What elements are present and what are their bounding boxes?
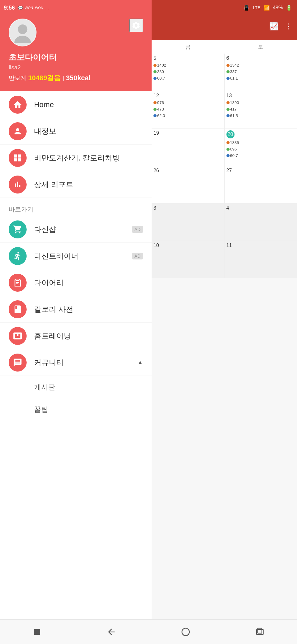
battery-percent: 48%	[273, 5, 283, 11]
cal-date-2-1: 20	[226, 130, 235, 138]
stat-val: 60.7	[157, 75, 165, 82]
cal-date-3-0: 26	[153, 168, 222, 173]
avatar	[9, 19, 37, 46]
cal-date-5-0: 10	[153, 243, 222, 248]
cal-date-2-0: 19	[153, 130, 222, 136]
cal-cell-1-1[interactable]: 13139041761.5	[225, 91, 297, 128]
stat-dot-orange	[226, 101, 230, 104]
menu-item-community[interactable]: 커뮤니티 ▲	[0, 349, 152, 376]
menu-label-calorie-dict: 칼로리 사전	[34, 304, 143, 314]
cal-cell-3-0[interactable]: 26	[152, 166, 225, 203]
stop-button[interactable]	[28, 623, 46, 641]
menu-label-myinfo: 내정보	[34, 126, 143, 136]
menu-item-dashinshop[interactable]: 다신샵 AD	[0, 216, 152, 243]
submenu-label-board: 게시판	[34, 382, 55, 392]
cal-stat: 380	[153, 69, 222, 75]
cal-stat: 1335	[226, 140, 295, 146]
cal-cell-2-1[interactable]: 20133569660.7	[225, 128, 297, 166]
cal-date-1-1: 13	[226, 93, 295, 98]
pedometer-row: 만보계 10489걸음 | 350kcal	[9, 73, 143, 83]
stat-val: 1390	[230, 100, 239, 106]
stat-dot-green	[226, 70, 230, 73]
cal-stat: 696	[226, 146, 295, 153]
shortcut-section-label: 바로가기	[0, 198, 152, 216]
cal-stat: 62.0	[153, 113, 222, 119]
back-button[interactable]	[102, 623, 121, 641]
svg-point-1	[14, 36, 31, 44]
vibrate-icon: 📳	[243, 5, 250, 11]
calendar-panel: 📈 ⋮ 금 토 5140238060.76134233761.112976473…	[152, 0, 297, 644]
stat-dot-green	[153, 70, 157, 73]
calendar-grid: 5140238060.76134233761.11297647362.01313…	[152, 54, 297, 278]
diary-icon-circle	[9, 274, 27, 292]
menu-item-diary[interactable]: 다이어리	[0, 269, 152, 296]
stat-val: 976	[157, 100, 164, 106]
menu-label-home: Home	[34, 100, 143, 109]
cal-stat: 1390	[226, 100, 295, 106]
cal-cell-5-0[interactable]: 10	[152, 241, 225, 278]
cal-stat: 60.7	[226, 153, 295, 159]
trend-icon[interactable]: 📈	[269, 22, 278, 31]
menu-item-hometraining[interactable]: 홈트레이닝	[0, 323, 152, 349]
cal-cell-0-0[interactable]: 5140238060.7	[152, 54, 225, 91]
cal-stat: 1342	[226, 62, 295, 69]
cal-week-3: 2627	[152, 166, 297, 203]
cal-cell-3-1[interactable]: 27	[225, 166, 297, 203]
cal-stat: 61.5	[226, 113, 295, 119]
settings-button[interactable]	[129, 19, 143, 32]
cal-date-3-1: 27	[226, 168, 295, 173]
menu-item-dashintrainer[interactable]: 다신트레이너 AD	[0, 243, 152, 269]
cal-week-5: 1011	[152, 241, 297, 278]
menu-label-dashinshop: 다신샵	[34, 224, 132, 234]
recent-button[interactable]	[251, 623, 269, 641]
submenu-label-tips: 꿀팁	[34, 405, 48, 414]
cal-week-4: 34	[152, 203, 297, 241]
home-icon-circle	[9, 96, 27, 114]
cal-cell-4-1[interactable]: 4	[225, 203, 297, 241]
menu-label-community: 커뮤니티	[34, 358, 137, 368]
cal-cell-2-0[interactable]: 19	[152, 128, 225, 166]
stat-dot-blue	[153, 77, 157, 80]
ad-badge-shop: AD	[132, 226, 143, 233]
cal-cell-4-0[interactable]: 3	[152, 203, 225, 241]
cal-cell-5-1[interactable]: 11	[225, 241, 297, 278]
stat-val: 473	[157, 106, 164, 113]
menu-item-calorie-dict[interactable]: 칼로리 사전	[0, 296, 152, 323]
svg-point-3	[182, 628, 189, 636]
menu-item-report[interactable]: 상세 리포트	[0, 171, 152, 198]
cal-week-0: 5140238060.76134233761.1	[152, 54, 297, 91]
drawer: 9:56 💬 WON WON … 초보다이어터 lisa2 만보계 10489걸…	[0, 0, 152, 644]
battery-icon: 🔋	[286, 5, 292, 11]
status-bar-right: 📳 LTE 📶 48% 🔋	[152, 0, 297, 15]
grid-icon-circle	[9, 149, 27, 167]
cal-week-1: 1297647362.013139041761.5	[152, 91, 297, 128]
cal-cell-0-1[interactable]: 6134233761.1	[225, 54, 297, 91]
menu-item-home[interactable]: Home	[0, 91, 152, 118]
cal-cell-1-0[interactable]: 1297647362.0	[152, 91, 225, 128]
home-button[interactable]	[176, 623, 195, 641]
won-icon1: WON	[25, 6, 33, 10]
menu-item-bmi[interactable]: 비만도계산기, 칼로리처방	[0, 145, 152, 171]
stat-dot-green	[153, 108, 157, 111]
menu-label-diary: 다이어리	[34, 278, 143, 288]
svg-rect-2	[34, 629, 40, 635]
submenu-item-tips[interactable]: 꿀팁	[0, 398, 152, 420]
stat-val: 1402	[157, 62, 166, 69]
menu-item-myinfo[interactable]: 내정보	[0, 118, 152, 145]
stat-val: 417	[230, 106, 237, 113]
menu-label-bmi: 비만도계산기, 칼로리처방	[34, 153, 143, 163]
user-title: 초보다이어터	[9, 52, 143, 63]
more-icon[interactable]: ⋮	[285, 22, 292, 31]
stat-val: 62.0	[157, 113, 165, 119]
chat-icon-circle	[9, 354, 27, 372]
ad-badge-trainer: AD	[132, 253, 143, 259]
submenu-item-board[interactable]: 게시판	[0, 376, 152, 398]
user-icon-circle	[9, 122, 27, 140]
cal-stat: 61.1	[226, 75, 295, 82]
cal-stat: 473	[153, 106, 222, 113]
cal-date-1-0: 12	[153, 93, 222, 98]
cal-stat: 337	[226, 69, 295, 75]
stat-val: 61.1	[230, 75, 238, 82]
stat-dot-orange	[226, 64, 230, 67]
stat-val: 696	[230, 146, 237, 153]
